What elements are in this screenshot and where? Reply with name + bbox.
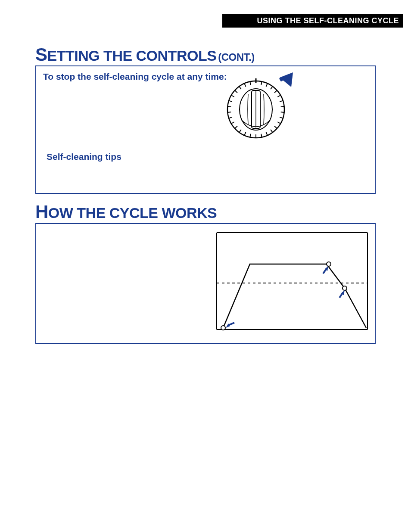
svg-point-41 <box>342 286 347 290</box>
section-divider <box>43 145 368 145</box>
page-header-bar: USING THE SELF-CLEANING CYCLE <box>222 14 403 28</box>
knob-svg <box>213 72 308 146</box>
knob-illustration <box>213 72 308 146</box>
cycle-chart-svg <box>215 230 370 338</box>
title2-rest: OW THE CYCLE WORKS <box>48 205 217 221</box>
svg-line-23 <box>227 112 231 112</box>
title2-initial: H <box>35 202 48 222</box>
svg-line-9 <box>281 112 284 112</box>
svg-line-8 <box>281 106 284 107</box>
how-cycle-works-panel <box>35 223 376 344</box>
section-title-setting-controls: SETTING THE CONTROLS (CONT.) <box>35 44 255 65</box>
svg-line-47 <box>339 292 343 298</box>
section-title-how-cycle-works: HOW THE CYCLE WORKS <box>35 202 217 222</box>
title-rest: ETTING THE CONTROLS <box>47 47 217 64</box>
direction-arrow-icon <box>280 72 293 87</box>
chart-arrow-icon <box>226 323 234 328</box>
svg-line-45 <box>323 268 327 274</box>
page-header-title: USING THE SELF-CLEANING CYCLE <box>257 16 399 25</box>
svg-point-39 <box>221 326 225 330</box>
chart-arrow-icon <box>339 290 345 298</box>
setting-controls-panel: To stop the self-cleaning cycle at any t… <box>35 65 376 194</box>
self-cleaning-tips-heading: Self-cleaning tips <box>47 152 121 162</box>
oven-dial-icon <box>227 78 284 138</box>
svg-point-40 <box>327 262 331 266</box>
svg-line-43 <box>228 323 234 325</box>
svg-line-24 <box>227 106 231 107</box>
stop-cycle-heading: To stop the self-cleaning cycle at any t… <box>43 72 227 82</box>
chart-arrow-icon <box>323 266 328 274</box>
title-initial: S <box>35 44 47 65</box>
title-cont: (CONT.) <box>218 51 254 63</box>
cycle-chart-illustration <box>215 230 370 338</box>
